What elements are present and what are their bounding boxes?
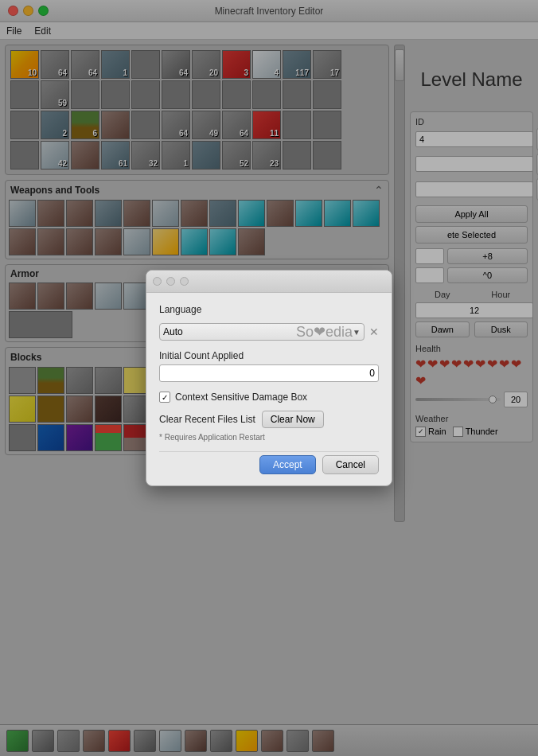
language-value: Auto — [163, 326, 183, 337]
modal-dot-3 — [180, 277, 189, 286]
initial-count-row — [159, 364, 379, 382]
modal-dot-1 — [153, 277, 162, 286]
clear-files-row: Clear Recent Files List Clear Now — [159, 411, 379, 428]
context-sensitive-label: Context Sensitive Damage Box — [175, 392, 307, 403]
dropdown-arrow-icon: ▼ — [353, 328, 361, 337]
initial-count-input[interactable] — [159, 364, 379, 382]
accept-button[interactable]: Accept — [259, 455, 316, 474]
preferences-modal: Language Auto So❤edia ▼ ✕ Initial Count … — [146, 270, 392, 486]
modal-overlay: Language Auto So❤edia ▼ ✕ Initial Count … — [0, 0, 538, 756]
initial-count-label: Initial Count Applied — [159, 350, 379, 361]
language-label: Language — [159, 304, 223, 315]
language-row: Language — [159, 304, 379, 315]
modal-dot-2 — [166, 277, 175, 286]
asterisk-icon: ✕ — [369, 325, 379, 338]
select-watermark: So❤edia — [296, 323, 353, 341]
modal-body: Language Auto So❤edia ▼ ✕ Initial Count … — [146, 293, 392, 485]
clear-now-button[interactable]: Clear Now — [262, 411, 324, 428]
modal-titlebar — [146, 271, 392, 293]
restart-note: * Requires Application Restart — [159, 433, 379, 442]
context-sensitive-row: ✓ Context Sensitive Damage Box — [159, 392, 379, 403]
clear-files-label: Clear Recent Files List — [159, 414, 255, 425]
cancel-button[interactable]: Cancel — [322, 455, 379, 474]
language-select-row: Auto So❤edia ▼ ✕ — [159, 323, 379, 341]
context-sensitive-checkbox[interactable]: ✓ — [159, 392, 170, 403]
modal-buttons: Accept Cancel — [159, 451, 379, 474]
language-select[interactable]: Auto So❤edia ▼ — [159, 323, 365, 341]
